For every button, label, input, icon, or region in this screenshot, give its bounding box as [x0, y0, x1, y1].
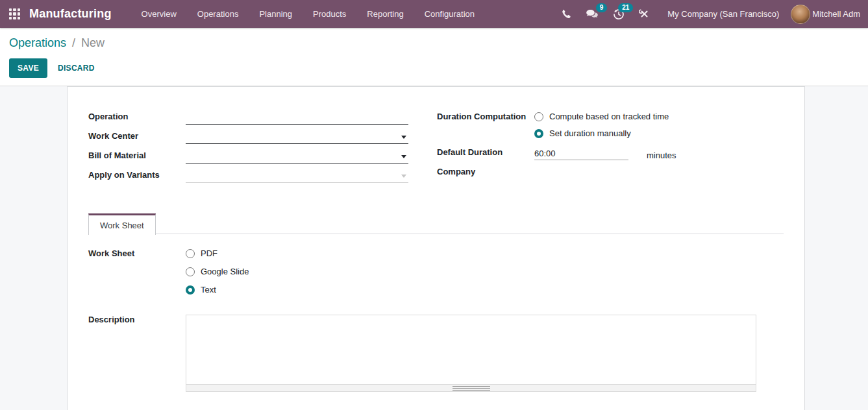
breadcrumb-operations-link[interactable]: Operations: [9, 36, 66, 49]
radio-option-set-manually[interactable]: Set duration manually: [534, 128, 784, 138]
navbar-systray: 9 21 My Company (San Francisco) Mitchell…: [554, 5, 860, 24]
radio-option-label[interactable]: Text: [201, 285, 216, 295]
activities-icon[interactable]: 21: [606, 6, 632, 23]
menu-products[interactable]: Products: [303, 1, 356, 27]
discard-button[interactable]: DISCARD: [58, 64, 95, 73]
default-duration-input[interactable]: [534, 147, 628, 160]
radio-option-google-slide[interactable]: Google Slide: [186, 267, 249, 276]
radio-button[interactable]: [186, 285, 195, 295]
menu-overview[interactable]: Overview: [131, 1, 187, 27]
radio-option-pdf[interactable]: PDF: [186, 248, 249, 258]
apply-on-variants-label: Apply on Variants: [88, 170, 186, 181]
breadcrumb-current: New: [81, 36, 105, 49]
menu-planning[interactable]: Planning: [249, 1, 303, 27]
radio-button[interactable]: [186, 249, 195, 258]
menu-configuration[interactable]: Configuration: [414, 1, 485, 27]
save-button[interactable]: SAVE: [9, 58, 47, 78]
radio-option-text[interactable]: Text: [186, 285, 249, 295]
textarea-resize-handle[interactable]: [186, 385, 756, 392]
top-navbar: Manufacturing Overview Operations Planni…: [0, 0, 868, 28]
breadcrumb-separator: /: [69, 36, 78, 49]
work-sheet-tab-content: Work Sheet PDF Google Slide Text: [88, 234, 784, 392]
main-menu: Overview Operations Planning Products Re…: [131, 1, 485, 27]
work-center-select[interactable]: [186, 131, 408, 144]
menu-reporting[interactable]: Reporting: [356, 1, 414, 27]
work-center-label: Work Center: [88, 131, 186, 142]
bill-of-material-select[interactable]: [186, 151, 408, 163]
radio-button[interactable]: [534, 112, 543, 121]
radio-button[interactable]: [186, 267, 195, 276]
radio-option-label[interactable]: Compute based on tracked time: [549, 112, 669, 121]
form-left-column: Operation Work Center Bill of Material: [88, 112, 408, 189]
radio-option-label[interactable]: Google Slide: [201, 267, 249, 276]
radio-option-label[interactable]: PDF: [201, 248, 217, 258]
form-view-background: Operation Work Center Bill of Material: [0, 86, 868, 410]
radio-option-label[interactable]: Set duration manually: [549, 128, 631, 138]
radio-button[interactable]: [534, 129, 543, 138]
work-sheet-label: Work Sheet: [88, 248, 186, 259]
company-switcher[interactable]: My Company (San Francisco): [667, 9, 779, 19]
notebook-tabs: Work Sheet: [88, 213, 784, 234]
control-panel: Operations / New SAVE DISCARD: [0, 28, 868, 86]
resize-handle-icon: [453, 386, 490, 391]
dropdown-icon: [401, 136, 406, 139]
description-textarea[interactable]: [186, 315, 756, 385]
messages-icon[interactable]: 9: [578, 6, 606, 22]
tab-work-sheet[interactable]: Work Sheet: [88, 213, 156, 235]
radio-option-tracked-time[interactable]: Compute based on tracked time: [534, 112, 784, 121]
user-menu[interactable]: Mitchell Adm: [812, 9, 860, 19]
apply-on-variants-select: [186, 170, 408, 183]
work-sheet-options: PDF Google Slide Text: [186, 248, 249, 303]
duration-computation-label: Duration Computation: [437, 112, 534, 123]
default-duration-unit: minutes: [647, 151, 676, 160]
action-buttons: SAVE DISCARD: [9, 58, 868, 78]
dropdown-icon: [401, 155, 406, 158]
apps-icon[interactable]: [9, 8, 20, 19]
app-title[interactable]: Manufacturing: [29, 7, 112, 21]
debug-icon[interactable]: [632, 6, 657, 22]
description-label: Description: [88, 315, 186, 326]
operation-label: Operation: [88, 112, 186, 123]
breadcrumb: Operations / New: [9, 36, 868, 50]
default-duration-label: Default Duration: [437, 147, 534, 158]
bill-of-material-label: Bill of Material: [88, 151, 186, 162]
menu-operations[interactable]: Operations: [187, 1, 249, 27]
company-label: Company: [437, 167, 534, 178]
form-right-column: Duration Computation Compute based on tr…: [437, 112, 784, 189]
avatar[interactable]: [791, 5, 810, 24]
activities-badge: 21: [618, 3, 633, 12]
dropdown-icon: [401, 175, 406, 178]
operation-input[interactable]: [186, 112, 408, 125]
form-sheet: Operation Work Center Bill of Material: [67, 86, 805, 410]
phone-icon[interactable]: [554, 6, 578, 22]
